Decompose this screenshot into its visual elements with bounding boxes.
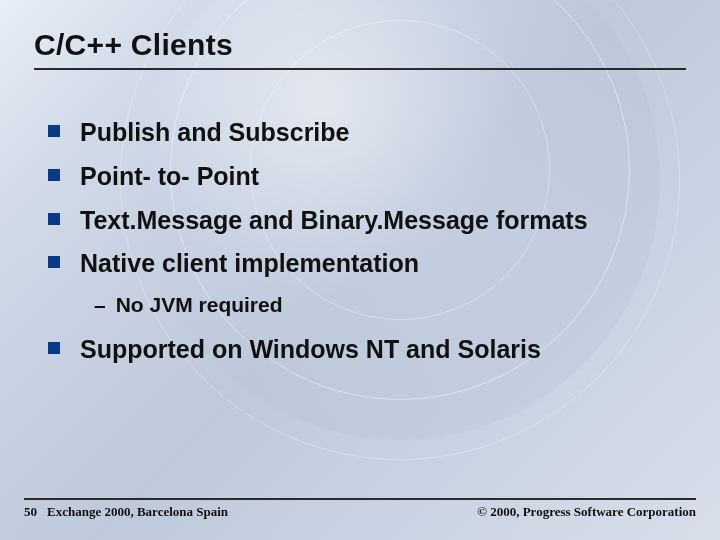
bullet-item: Text.Message and Binary.Message formats	[34, 204, 686, 238]
slide-title: C/C++ Clients	[34, 28, 686, 70]
sub-bullet-item: – No JVM required	[94, 291, 686, 319]
square-bullet-icon	[48, 342, 60, 354]
slide: C/C++ Clients Publish and Subscribe Poin…	[0, 0, 720, 540]
footer-left: 50 Exchange 2000, Barcelona Spain	[24, 504, 228, 520]
copyright-text: © 2000, Progress Software Corporation	[477, 504, 696, 520]
square-bullet-icon	[48, 169, 60, 181]
square-bullet-icon	[48, 213, 60, 225]
dash-bullet-icon: –	[94, 291, 106, 319]
bullet-text: Point- to- Point	[80, 160, 259, 194]
bullet-text: Publish and Subscribe	[80, 116, 350, 150]
page-number: 50	[24, 504, 37, 520]
bullet-list: Publish and Subscribe Point- to- Point T…	[34, 116, 686, 367]
bullet-item: Publish and Subscribe	[34, 116, 686, 150]
event-name: Exchange 2000, Barcelona Spain	[47, 504, 228, 520]
sub-bullet-text: No JVM required	[116, 291, 283, 319]
square-bullet-icon	[48, 125, 60, 137]
bullet-text: Text.Message and Binary.Message formats	[80, 204, 588, 238]
bullet-item: Point- to- Point	[34, 160, 686, 194]
bullet-text: Native client implementation	[80, 247, 419, 281]
bullet-item: Native client implementation	[34, 247, 686, 281]
slide-footer: 50 Exchange 2000, Barcelona Spain © 2000…	[24, 498, 696, 520]
square-bullet-icon	[48, 256, 60, 268]
sub-bullet-list: – No JVM required	[34, 291, 686, 319]
bullet-text: Supported on Windows NT and Solaris	[80, 333, 541, 367]
bullet-item: Supported on Windows NT and Solaris	[34, 333, 686, 367]
